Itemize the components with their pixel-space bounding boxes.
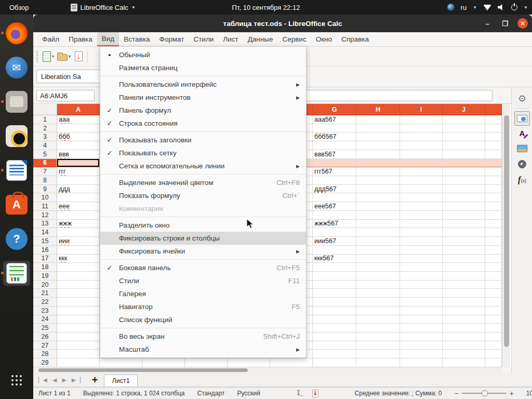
keyboard-layout-indicator[interactable]: ru xyxy=(461,4,467,11)
cell-A9[interactable]: ддд xyxy=(57,185,100,194)
menu-item-показывать-сетку[interactable]: ✓Показывать сетку xyxy=(100,147,306,159)
cell-H10[interactable] xyxy=(356,193,400,202)
dropdown-arrow-icon[interactable]: ▾ xyxy=(52,54,54,59)
select-all-corner[interactable] xyxy=(33,104,57,115)
row-header-28[interactable]: 28 xyxy=(33,350,57,358)
menu-файл[interactable]: Файл xyxy=(37,32,64,46)
cell-I18[interactable] xyxy=(400,263,443,272)
cell-A13[interactable]: жжж xyxy=(57,220,100,229)
cell-K4[interactable] xyxy=(485,141,502,150)
row-header-14[interactable]: 14 xyxy=(33,228,57,237)
cell-A1[interactable]: ааа xyxy=(57,115,100,124)
font-name-combobox[interactable]: Liberation Sa xyxy=(36,70,102,83)
document-modified-icon[interactable]: ⇓ xyxy=(312,390,318,397)
cell-G7[interactable]: ггг567 xyxy=(313,167,356,176)
cell-I22[interactable] xyxy=(400,298,443,307)
cell-I19[interactable] xyxy=(400,272,443,281)
cell-A28[interactable] xyxy=(57,350,100,358)
new-document-icon[interactable]: ▾ xyxy=(41,49,56,64)
dock-item-files[interactable] xyxy=(4,89,29,114)
menu-item-обычный[interactable]: •Обычный xyxy=(100,48,306,61)
cell-J16[interactable] xyxy=(443,246,485,255)
cell-A27[interactable] xyxy=(57,341,100,350)
cell-A6[interactable] xyxy=(57,159,100,168)
cell-K18[interactable] xyxy=(485,263,502,272)
cell-A5[interactable]: ввв xyxy=(57,150,100,159)
cell-G2[interactable] xyxy=(313,124,356,133)
row-header-13[interactable]: 13 xyxy=(33,220,57,229)
cell-J4[interactable] xyxy=(443,141,485,150)
sidebar-functions-button[interactable]: f(x) xyxy=(514,172,530,187)
cell-B29[interactable] xyxy=(100,358,142,367)
cell-I14[interactable] xyxy=(400,228,443,237)
activities-button[interactable]: Обзор xyxy=(0,4,38,11)
cell-G8[interactable] xyxy=(313,176,356,185)
sidebar-navigator-button[interactable] xyxy=(514,157,530,171)
cell-G27[interactable] xyxy=(313,341,356,350)
wifi-icon[interactable] xyxy=(483,5,491,10)
add-sheet-button[interactable]: + xyxy=(86,374,104,386)
zoom-out-button[interactable]: − xyxy=(454,389,458,397)
row-header-20[interactable]: 20 xyxy=(33,281,57,289)
close-button[interactable]: ✕ xyxy=(517,18,528,29)
row-header-19[interactable]: 19 xyxy=(33,272,57,281)
cell-A7[interactable]: ггг xyxy=(57,167,100,176)
sheet-number-status[interactable]: Лист 1 из 1 xyxy=(36,390,73,397)
menu-вставка[interactable]: Вставка xyxy=(119,32,154,46)
cell-G25[interactable] xyxy=(313,324,356,332)
cell-K9[interactable] xyxy=(485,185,502,194)
menu-формат[interactable]: Формат xyxy=(154,32,189,46)
cell-J17[interactable] xyxy=(443,255,485,263)
cell-G22[interactable] xyxy=(313,298,356,307)
power-icon[interactable] xyxy=(511,4,517,10)
cell-J5[interactable] xyxy=(443,150,485,159)
row-header-16[interactable]: 16 xyxy=(33,246,57,255)
cell-K8[interactable] xyxy=(485,176,502,185)
dock-item-rhythmbox[interactable] xyxy=(4,124,29,149)
cell-J29[interactable] xyxy=(443,358,485,367)
cell-G13[interactable]: жжж567 xyxy=(313,220,356,229)
menu-item-разметка-страниц[interactable]: Разметка страниц xyxy=(100,61,306,74)
cell-D29[interactable] xyxy=(185,358,228,367)
cell-K3[interactable] xyxy=(485,132,502,141)
cell-G14[interactable] xyxy=(313,228,356,237)
row-header-2[interactable]: 2 xyxy=(33,124,57,133)
minimize-button[interactable]: – xyxy=(482,18,493,29)
cell-J28[interactable] xyxy=(443,350,485,358)
vertical-scrollbar[interactable] xyxy=(502,104,510,367)
column-header-A[interactable]: A xyxy=(57,104,100,115)
cell-G21[interactable] xyxy=(313,289,356,298)
cell-A21[interactable] xyxy=(57,289,100,298)
previous-sheet-button[interactable]: ◀ xyxy=(52,377,57,383)
next-sheet-button[interactable]: ▶ xyxy=(62,377,66,383)
menu-item-во-весь-экран[interactable]: Во весь экранShift+Ctrl+J xyxy=(100,330,306,343)
zoom-slider-thumb[interactable] xyxy=(482,390,488,396)
cell-A23[interactable] xyxy=(57,307,100,315)
cell-K12[interactable] xyxy=(485,211,502,220)
cell-H2[interactable] xyxy=(356,124,400,133)
cell-A2[interactable] xyxy=(57,124,100,133)
row-header-25[interactable]: 25 xyxy=(33,324,57,332)
sidebar-styles-button[interactable]: A xyxy=(514,126,530,140)
column-header-G[interactable]: G xyxy=(313,104,356,115)
cell-H7[interactable] xyxy=(356,167,400,176)
row-header-21[interactable]: 21 xyxy=(33,289,57,298)
menu-item-фиксировать-ячейки[interactable]: Фиксировать ячейки▶ xyxy=(100,245,306,258)
cell-K28[interactable] xyxy=(485,350,502,358)
cell-I21[interactable] xyxy=(400,289,443,298)
cell-I4[interactable] xyxy=(400,141,443,150)
cell-K20[interactable] xyxy=(485,281,502,289)
cell-H21[interactable] xyxy=(356,289,400,298)
cell-J1[interactable] xyxy=(443,115,485,124)
cell-I8[interactable] xyxy=(400,176,443,185)
cell-H22[interactable] xyxy=(356,298,400,307)
cell-A18[interactable] xyxy=(57,263,100,272)
cell-A11[interactable]: еее xyxy=(57,202,100,211)
menu-item-пользовательский-интерфейс[interactable]: Пользовательский интерфейс▶ xyxy=(100,78,306,91)
cell-H18[interactable] xyxy=(356,263,400,272)
cell-G16[interactable] xyxy=(313,246,356,255)
sheet-tab-лист1[interactable]: Лист1 xyxy=(104,375,137,387)
cell-K14[interactable] xyxy=(485,228,502,237)
cell-A15[interactable]: иии xyxy=(57,237,100,246)
cell-H8[interactable] xyxy=(356,176,400,185)
